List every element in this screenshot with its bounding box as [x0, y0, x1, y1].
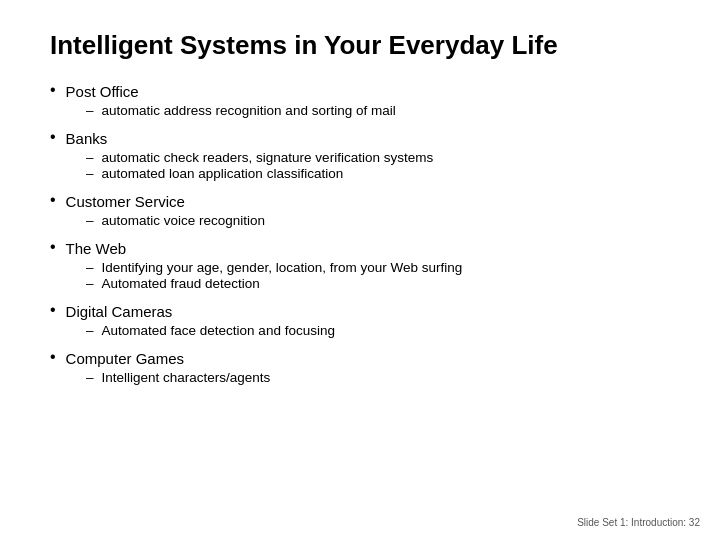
sub-dash-icon: – — [86, 166, 94, 181]
sub-bullet: –Identifying your age, gender, location,… — [86, 260, 670, 275]
sub-bullets-the-web: –Identifying your age, gender, location,… — [86, 260, 670, 291]
sub-bullet: –automatic check readers, signature veri… — [86, 150, 670, 165]
slide-footer: Slide Set 1: Introduction: 32 — [577, 517, 700, 528]
bullet-label-post-office: Post Office — [66, 83, 139, 100]
bullet-dot-icon: • — [50, 301, 56, 319]
bullet-main-post-office: •Post Office — [50, 83, 670, 100]
section-computer-games: •Computer Games–Intelligent characters/a… — [50, 350, 670, 385]
sub-bullet: –automated loan application classificati… — [86, 166, 670, 181]
sub-bullet-text: Intelligent characters/agents — [102, 370, 271, 385]
sub-bullet: –Automated fraud detection — [86, 276, 670, 291]
section-digital-cameras: •Digital Cameras–Automated face detectio… — [50, 303, 670, 338]
sub-bullet-text: automatic address recognition and sortin… — [102, 103, 396, 118]
bullet-label-customer-service: Customer Service — [66, 193, 185, 210]
bullet-label-digital-cameras: Digital Cameras — [66, 303, 173, 320]
sub-bullets-digital-cameras: –Automated face detection and focusing — [86, 323, 670, 338]
bullet-dot-icon: • — [50, 128, 56, 146]
section-banks: •Banks–automatic check readers, signatur… — [50, 130, 670, 181]
bullet-label-the-web: The Web — [66, 240, 127, 257]
sub-dash-icon: – — [86, 103, 94, 118]
bullet-dot-icon: • — [50, 81, 56, 99]
sub-dash-icon: – — [86, 370, 94, 385]
bullet-dot-icon: • — [50, 191, 56, 209]
sub-dash-icon: – — [86, 150, 94, 165]
section-post-office: •Post Office–automatic address recogniti… — [50, 83, 670, 118]
bullet-label-computer-games: Computer Games — [66, 350, 184, 367]
sub-bullet: –automatic voice recognition — [86, 213, 670, 228]
sub-dash-icon: – — [86, 323, 94, 338]
bullet-dot-icon: • — [50, 238, 56, 256]
bullet-label-banks: Banks — [66, 130, 108, 147]
sub-bullet: –Automated face detection and focusing — [86, 323, 670, 338]
bullet-dot-icon: • — [50, 348, 56, 366]
sub-bullet-text: automatic voice recognition — [102, 213, 266, 228]
sub-dash-icon: – — [86, 213, 94, 228]
bullet-main-digital-cameras: •Digital Cameras — [50, 303, 670, 320]
bullet-main-the-web: •The Web — [50, 240, 670, 257]
sub-dash-icon: – — [86, 276, 94, 291]
sub-bullets-post-office: –automatic address recognition and sorti… — [86, 103, 670, 118]
section-customer-service: •Customer Service–automatic voice recogn… — [50, 193, 670, 228]
section-the-web: •The Web–Identifying your age, gender, l… — [50, 240, 670, 291]
sub-bullet-text: automated loan application classificatio… — [102, 166, 344, 181]
slide-content: •Post Office–automatic address recogniti… — [50, 83, 670, 385]
bullet-main-customer-service: •Customer Service — [50, 193, 670, 210]
sub-bullet-text: Automated fraud detection — [102, 276, 260, 291]
sub-bullets-banks: –automatic check readers, signature veri… — [86, 150, 670, 181]
sub-bullet: –automatic address recognition and sorti… — [86, 103, 670, 118]
sub-bullet: –Intelligent characters/agents — [86, 370, 670, 385]
sub-dash-icon: – — [86, 260, 94, 275]
bullet-main-computer-games: •Computer Games — [50, 350, 670, 367]
slide: Intelligent Systems in Your Everyday Lif… — [0, 0, 720, 540]
sub-bullets-customer-service: –automatic voice recognition — [86, 213, 670, 228]
sub-bullet-text: automatic check readers, signature verif… — [102, 150, 434, 165]
bullet-main-banks: •Banks — [50, 130, 670, 147]
slide-title: Intelligent Systems in Your Everyday Lif… — [50, 30, 670, 61]
sub-bullet-text: Identifying your age, gender, location, … — [102, 260, 463, 275]
sub-bullet-text: Automated face detection and focusing — [102, 323, 335, 338]
sub-bullets-computer-games: –Intelligent characters/agents — [86, 370, 670, 385]
